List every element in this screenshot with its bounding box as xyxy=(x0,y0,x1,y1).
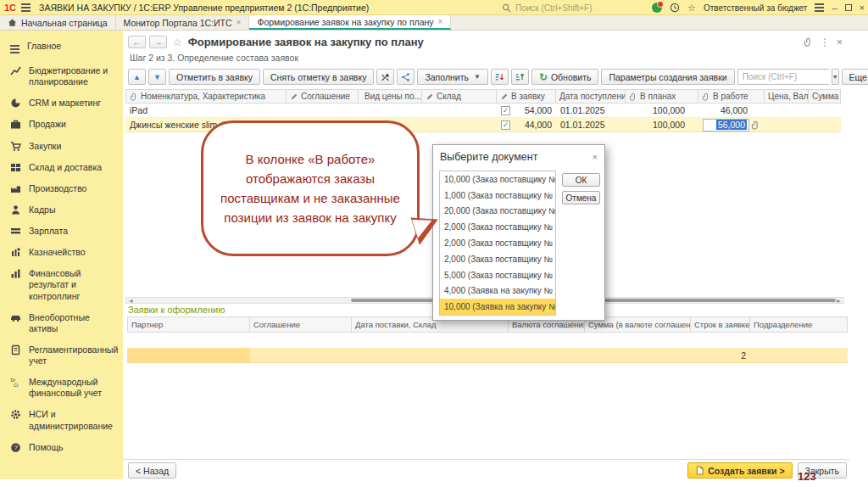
forward-arrow-button[interactable]: → xyxy=(149,36,167,48)
sidebar-item-assets[interactable]: Внеоборотные активы xyxy=(0,307,123,339)
document-list-item-selected[interactable]: 10,000 (Заявка на закупку № … xyxy=(440,299,555,315)
tab-its-monitor[interactable]: Монитор Портала 1С:ИТС × xyxy=(116,15,250,30)
document-list-item[interactable]: 2,000 (Заказ поставщику № Т… xyxy=(440,251,555,267)
document-list-item[interactable]: 10,000 (Заказ поставщику № … xyxy=(440,171,555,188)
tab-home[interactable]: Начальная страница xyxy=(0,15,116,30)
col-in-work[interactable]: В работе xyxy=(698,89,765,104)
sidebar-item-hr[interactable]: Кадры xyxy=(0,199,123,221)
col-warehouse[interactable]: Склад xyxy=(422,89,497,104)
share-icon-button[interactable] xyxy=(397,69,415,85)
col-receipt-date[interactable]: Дата поступления xyxy=(556,89,626,104)
cell-lines-in-request[interactable]: 2 xyxy=(691,348,750,363)
notifications-icon[interactable] xyxy=(652,3,662,13)
minimize-button[interactable]: – xyxy=(832,3,837,13)
scroll-left-icon[interactable]: ◄ xyxy=(128,298,134,305)
cell-warehouse[interactable] xyxy=(422,104,497,118)
favorites-star-icon[interactable]: ☆ xyxy=(687,3,696,13)
form-close-icon[interactable]: × xyxy=(837,36,843,48)
cell-warehouse[interactable] xyxy=(422,118,497,132)
col-agreement[interactable]: Соглашение xyxy=(250,316,352,333)
sidebar-item-sales[interactable]: Продажи xyxy=(0,114,123,135)
cell-in-plans[interactable]: 100,000 xyxy=(626,118,698,132)
back-button[interactable]: < Назад xyxy=(128,462,176,479)
cell-sum[interactable] xyxy=(809,104,841,118)
sidebar-item-crm[interactable]: CRM и маркетинг xyxy=(0,92,123,114)
refresh-button[interactable]: ↻Обновить xyxy=(531,69,599,85)
col-lines[interactable]: Строк в заявке xyxy=(691,316,750,333)
close-window-button[interactable]: × xyxy=(860,3,865,13)
tab-close-icon[interactable]: × xyxy=(438,17,443,26)
sidebar-item-budgeting[interactable]: Бюджетирование и планирование xyxy=(0,60,123,92)
cell-receipt-date[interactable]: 01.01.2025 xyxy=(556,118,626,132)
col-agreement[interactable]: Соглашение xyxy=(287,89,359,104)
create-requests-button[interactable]: Создать заявки > xyxy=(687,462,792,479)
document-list-item[interactable]: 4,000 (Заявка на закупку № … xyxy=(440,283,555,299)
document-list-item[interactable]: 1,000 (Заказ поставщику № Т… xyxy=(440,188,555,204)
checkbox-checked[interactable]: ✓ xyxy=(501,106,510,115)
cell-price-kind[interactable] xyxy=(359,104,422,118)
document-list-item[interactable]: 5,000 (Заказ поставщику № … xyxy=(440,267,555,283)
cell-department[interactable] xyxy=(750,348,848,363)
cell-delivery-date[interactable] xyxy=(352,348,509,363)
history-icon[interactable] xyxy=(670,3,680,13)
cell-currency[interactable] xyxy=(509,348,585,363)
cancel-button[interactable]: Отмена xyxy=(562,191,600,204)
sort-asc-button[interactable] xyxy=(511,69,529,85)
table-row[interactable]: iPad ✓54,000 01.01.2025 100,000 46,000 xyxy=(125,104,841,118)
maximize-button[interactable] xyxy=(845,4,852,11)
cell-agreement[interactable] xyxy=(287,104,359,118)
scroll-right-icon[interactable]: ► xyxy=(836,298,842,305)
distribute-icon-button[interactable] xyxy=(376,69,394,85)
request-params-button[interactable]: Параметры создания заявки xyxy=(601,69,734,85)
sidebar-item-production[interactable]: Производство xyxy=(0,178,123,199)
cell-amount[interactable] xyxy=(585,348,691,363)
col-price-currency[interactable]: Цена, Валюта xyxy=(765,89,809,104)
document-list-item[interactable]: 20,000 (Заказ поставщику № … xyxy=(440,204,555,220)
table-search-input[interactable] xyxy=(737,69,829,85)
cell-nomenclature[interactable]: iPad xyxy=(125,104,287,118)
sidebar-item-finresult[interactable]: Финансовый результат и контроллинг xyxy=(0,263,123,306)
sidebar-item-payroll[interactable]: Зарплата xyxy=(0,221,123,242)
table-row[interactable] xyxy=(127,333,848,348)
service-menu-icon[interactable] xyxy=(815,2,824,14)
sidebar-item-main[interactable]: Главное xyxy=(0,36,123,60)
col-in-plans[interactable]: В планах xyxy=(626,89,698,104)
cell-price-currency[interactable] xyxy=(765,104,809,118)
cell-to-request[interactable]: ✓44,000 xyxy=(497,118,556,132)
cell-in-plans[interactable]: 100,000 xyxy=(626,104,698,118)
cell-price-currency[interactable] xyxy=(765,118,809,132)
sort-desc-button[interactable] xyxy=(491,69,509,85)
col-price-kind[interactable]: Вид цены по... xyxy=(359,89,422,104)
cell-to-request[interactable]: ✓54,000 xyxy=(497,104,556,118)
col-department[interactable]: Подразделение xyxy=(750,316,848,333)
table-row-selected[interactable]: 2 xyxy=(127,348,848,363)
col-nomenclature[interactable]: Номенклатура, Характеристика xyxy=(125,89,287,104)
sidebar-item-ifrs[interactable]: Международный финансовый учет xyxy=(0,372,123,404)
move-down-button[interactable]: ▼ xyxy=(148,69,166,85)
sidebar-item-warehouse[interactable]: Склад и доставка xyxy=(0,157,123,178)
sidebar-item-regaccounting[interactable]: Регламентированный учет xyxy=(0,339,123,372)
dialog-close-icon[interactable]: × xyxy=(593,152,598,162)
cell-agreement[interactable] xyxy=(250,348,352,363)
sidebar-item-purchases[interactable]: Закупки xyxy=(0,136,123,157)
cell-in-work-editing[interactable]: 56,000 xyxy=(698,118,765,132)
cell-receipt-date[interactable]: 01.01.2025 xyxy=(556,104,626,118)
cell-in-work[interactable]: 46,000 xyxy=(698,104,765,118)
more-button[interactable]: Еще▼ xyxy=(842,69,868,85)
back-arrow-button[interactable]: ← xyxy=(128,36,146,48)
document-list-item[interactable]: 2,000 (Заказ поставщику № … xyxy=(440,235,555,251)
ok-button[interactable]: ОК xyxy=(562,173,600,187)
in-work-edit-field[interactable]: 56,000 xyxy=(703,119,749,132)
mark-to-request-button[interactable]: Отметить в заявку xyxy=(169,69,260,85)
tab-purchase-requests[interactable]: Формирование заявок на закупку по плану … xyxy=(249,15,451,30)
checkbox-checked[interactable]: ✓ xyxy=(501,120,510,130)
attach-paperclip-icon[interactable] xyxy=(751,120,760,130)
move-up-button[interactable]: ▲ xyxy=(128,69,146,85)
sidebar-item-treasury[interactable]: Казначейство xyxy=(0,242,123,263)
unmark-request-button[interactable]: Снять отметку в заявку xyxy=(263,69,374,85)
search-dropdown-icon[interactable]: ▼ xyxy=(832,69,839,85)
cell-sum[interactable] xyxy=(809,118,841,132)
tab-close-icon[interactable]: × xyxy=(236,18,242,27)
col-partner[interactable]: Партнер xyxy=(127,316,250,333)
col-to-request[interactable]: В заявку xyxy=(497,89,556,104)
